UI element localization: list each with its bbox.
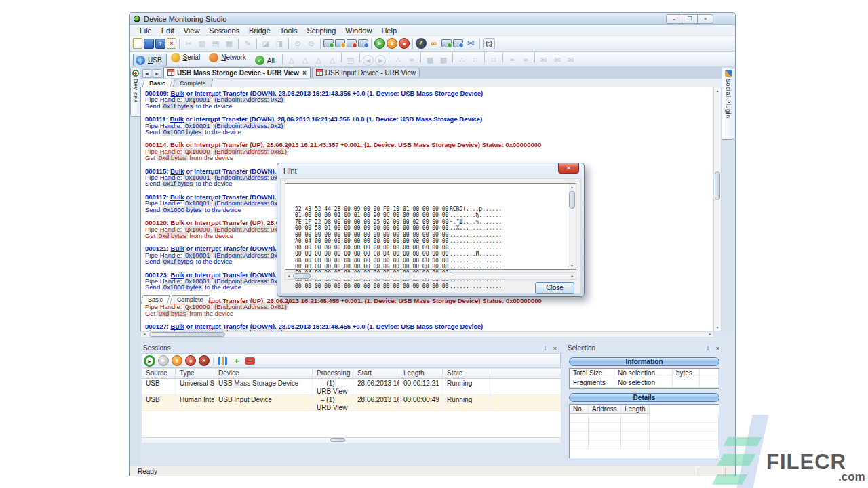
menu-item[interactable]: Window xyxy=(340,26,376,35)
pin-icon[interactable]: ⊥ xyxy=(703,345,713,352)
byte-count-value[interactable]: 0x1f bytes xyxy=(162,180,194,187)
vertical-scroll-thumb[interactable] xyxy=(715,171,720,200)
endpoint-address-value[interactable]: (Endpoint Address: 0x81) xyxy=(213,148,288,155)
byte-count-value[interactable]: 0x1f bytes xyxy=(162,258,194,265)
urb-entry[interactable]: 000125: Bulk or Interrupt Transfer (UP),… xyxy=(145,298,714,317)
close-button[interactable]: × xyxy=(697,14,713,24)
endpoint-address-value[interactable]: (Endpoint Address: 0x2) xyxy=(213,199,284,207)
toolbar-icon[interactable] xyxy=(238,39,239,49)
toolbar-icon[interactable] xyxy=(335,39,345,47)
toolbar-icon[interactable] xyxy=(144,39,154,49)
capture-filter-button[interactable]: Serial xyxy=(168,51,205,64)
toolbar-icon[interactable]: ◪ xyxy=(260,38,272,49)
hex-vertical-scrollbar[interactable]: ▲ ▼ xyxy=(568,184,576,269)
session-toolbar-icon[interactable]: ▶ xyxy=(158,355,169,366)
toolbar-icon[interactable]: ⊙ xyxy=(292,38,304,49)
toolbar-icon[interactable] xyxy=(133,38,142,49)
byte-count-value[interactable]: 0x1000 bytes xyxy=(162,206,203,214)
toolbar-icon[interactable]: ≈ xyxy=(519,54,532,65)
session-toolbar-icon[interactable] xyxy=(218,357,227,365)
sessions-column-header[interactable]: Device xyxy=(214,369,313,378)
document-tab[interactable]: USB Input Device - URB View xyxy=(312,68,420,77)
toolbar-icon[interactable]: ∷ xyxy=(469,54,481,66)
byte-count-value[interactable]: 0x1000 bytes xyxy=(162,128,203,136)
endpoint-address-value[interactable]: (Endpoint Address: 0x2) xyxy=(213,96,284,103)
horizontal-scroll-thumb[interactable] xyxy=(149,332,225,337)
toolbar-icon[interactable] xyxy=(179,39,180,49)
close-icon[interactable]: × xyxy=(551,345,559,352)
sessions-horizontal-scrollbar[interactable] xyxy=(142,437,561,443)
toolbar-icon[interactable] xyxy=(347,39,357,47)
scroll-right-icon[interactable]: ► xyxy=(569,273,576,279)
vertical-scrollbar[interactable]: ▲ ▼ xyxy=(713,87,722,331)
toolbar-icon[interactable]: × xyxy=(167,38,176,49)
sessions-column-header[interactable]: Type xyxy=(176,369,214,378)
minimize-button[interactable]: – xyxy=(666,14,682,24)
byte-count-value[interactable]: 0xd bytes xyxy=(157,310,188,317)
menu-item[interactable]: Bridge xyxy=(244,26,275,35)
urb-entry[interactable]: 000114: Bulk or Interrupt Transfer (UP),… xyxy=(145,142,714,161)
toolbar-icon[interactable] xyxy=(389,52,389,62)
toolbar-icon[interactable]: ▩ xyxy=(424,54,436,66)
menu-item[interactable]: Scripting xyxy=(302,26,340,35)
toolbar-icon[interactable]: ? xyxy=(155,39,165,49)
byte-count-value[interactable]: 0x1000 bytes xyxy=(162,283,203,291)
social-plugin-dock-tab[interactable]: Social Plugin xyxy=(722,68,734,140)
session-row[interactable]: USBHuman Interface...USB Input Device – … xyxy=(142,395,561,411)
hint-dialog-title-bar[interactable]: Hint xyxy=(277,163,584,178)
toolbar-icon[interactable]: △ xyxy=(326,54,338,66)
toolbar-icon[interactable]: ∞ xyxy=(428,38,440,49)
session-toolbar-icon[interactable]: − xyxy=(245,357,255,365)
toolbar-icon[interactable]: ∴ xyxy=(456,54,468,66)
urb-entry[interactable]: 000109: Bulk or Interrupt Transfer (DOWN… xyxy=(145,90,714,109)
toolbar-icon[interactable]: ∴ xyxy=(392,54,404,66)
toolbar-icon[interactable] xyxy=(323,39,334,47)
toolbar-icon[interactable] xyxy=(341,52,342,62)
toolbar-icon[interactable]: ≈ xyxy=(506,54,518,65)
session-toolbar-icon[interactable]: + xyxy=(231,355,242,366)
urb-entry[interactable]: 000127: Bulk or Interrupt Transfer (DOWN… xyxy=(145,323,714,331)
toolbar-icon[interactable]: ▤ xyxy=(344,54,357,66)
toolbar-icon[interactable]: ◨ xyxy=(273,38,285,49)
toolbar-icon[interactable]: ▩ xyxy=(437,54,450,66)
toolbar-icon[interactable]: △ xyxy=(313,54,325,66)
endpoint-address-value[interactable]: (Endpoint Address: 0x81) xyxy=(213,303,288,310)
toolbar-icon[interactable]: ▥ xyxy=(196,38,208,49)
close-button[interactable]: Close xyxy=(535,282,574,294)
byte-count-value[interactable]: 0xd bytes xyxy=(157,232,188,239)
toolbar-icon[interactable]: ✎ xyxy=(241,38,254,49)
scroll-right-icon[interactable]: ► xyxy=(707,332,713,337)
session-toolbar-icon[interactable]: ▶ xyxy=(144,355,155,367)
sessions-column-header[interactable]: Processing xyxy=(313,369,353,378)
toolbar-icon[interactable] xyxy=(359,52,360,62)
session-toolbar-icon[interactable]: ■ xyxy=(185,355,196,366)
sessions-column-header[interactable]: Length xyxy=(399,369,443,378)
toolbar-icon[interactable]: △ xyxy=(285,54,298,66)
byte-count-value[interactable]: 0x1f bytes xyxy=(162,102,194,110)
toolbar-icon[interactable] xyxy=(358,39,368,47)
menu-item[interactable]: Edit xyxy=(157,26,179,35)
toolbar-icon[interactable] xyxy=(320,39,321,49)
endpoint-address-value[interactable]: (Endpoint Address: 0x2) xyxy=(213,122,284,129)
toolbar-icon[interactable]: ⊙ xyxy=(305,38,317,49)
restore-button[interactable]: ❐ xyxy=(682,14,698,24)
tab-scroll-right-icon[interactable]: ► xyxy=(153,69,161,78)
hex-horizontal-scrollbar[interactable]: ◄ ► xyxy=(285,272,576,280)
toolbar-icon[interactable]: ■ xyxy=(399,38,410,49)
view-tab[interactable]: Basic xyxy=(140,295,170,304)
capture-filter-button[interactable]: ✓All xyxy=(252,54,279,67)
sessions-column-header[interactable]: State xyxy=(443,369,490,378)
toolbar-icon[interactable] xyxy=(452,52,453,62)
toolbar-icon[interactable] xyxy=(534,52,535,62)
session-toolbar-icon[interactable] xyxy=(213,356,214,365)
toolbar-icon[interactable]: ✂ xyxy=(182,38,195,49)
toolbar-icon[interactable]: ‖ xyxy=(387,38,397,49)
horizontal-scrollbar[interactable]: ◄ ► xyxy=(140,331,714,338)
close-icon[interactable]: × xyxy=(713,345,722,352)
toolbar-icon[interactable] xyxy=(484,52,485,62)
toolbar-icon[interactable]: ◀ xyxy=(363,55,374,66)
toolbar-icon[interactable] xyxy=(420,52,421,62)
toolbar-icon[interactable] xyxy=(371,39,372,49)
toolbar-icon[interactable]: ▶ xyxy=(374,38,385,49)
sessions-scroll-thumb[interactable] xyxy=(330,438,345,442)
